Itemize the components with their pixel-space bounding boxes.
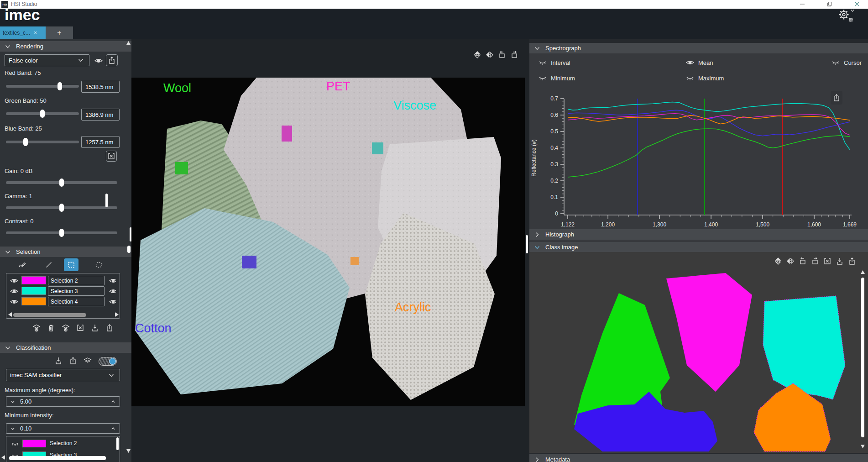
rotate-left-icon[interactable] xyxy=(497,50,507,59)
red-band-wavelength[interactable]: 1538.5 nm xyxy=(81,81,120,93)
new-tab-button[interactable]: + xyxy=(46,26,73,39)
export-icon[interactable] xyxy=(847,257,857,266)
class-image[interactable] xyxy=(534,269,858,452)
histograph-section-header[interactable]: Histograph xyxy=(529,229,868,240)
hyperspectral-image[interactable]: WoolPETViscoseCottonAcrylic xyxy=(131,78,525,406)
eye-icon[interactable] xyxy=(109,297,116,306)
scroll-up-icon[interactable] xyxy=(126,41,131,45)
green-band-wavelength[interactable]: 1386.9 nm xyxy=(81,109,120,121)
stack-add-icon[interactable] xyxy=(32,323,41,332)
scroll-down-icon[interactable] xyxy=(861,445,865,448)
class-color-swatch[interactable] xyxy=(22,440,46,447)
rotate-right-icon[interactable] xyxy=(810,257,820,266)
slider-thumb[interactable] xyxy=(40,110,45,118)
toggle-interval[interactable]: Interval xyxy=(538,58,570,67)
selection-region[interactable] xyxy=(282,126,292,142)
export-rendering-button[interactable] xyxy=(106,54,118,66)
export-icon[interactable] xyxy=(68,356,78,365)
spectrograph-section-header[interactable]: Spectrograph xyxy=(529,43,868,53)
trash-icon[interactable] xyxy=(47,323,56,332)
selection-name-input[interactable] xyxy=(48,297,105,306)
toggle-minimum[interactable]: Minimum xyxy=(538,74,575,83)
download-icon[interactable] xyxy=(54,356,63,365)
selection-section-header[interactable]: Selection xyxy=(0,247,131,257)
freehand-tool[interactable] xyxy=(16,259,28,270)
selection-region[interactable] xyxy=(350,257,359,265)
clear-box-icon[interactable] xyxy=(76,323,85,332)
class-image-vscrollbar[interactable] xyxy=(861,278,864,437)
splitter-handle[interactable] xyxy=(526,235,528,253)
selection-color-swatch[interactable] xyxy=(21,287,46,295)
slider-thumb[interactable] xyxy=(23,138,28,146)
export-icon[interactable] xyxy=(105,323,114,332)
red-band-slider[interactable] xyxy=(6,85,79,88)
rotate-left-icon[interactable] xyxy=(798,257,807,266)
scroll-down-icon[interactable] xyxy=(126,449,131,453)
scroll-right-icon[interactable] xyxy=(115,312,119,317)
selection-name-input[interactable] xyxy=(48,286,105,296)
reset-bands-button[interactable] xyxy=(106,151,117,162)
toggle-mean[interactable]: Mean xyxy=(685,58,713,67)
selection-region[interactable] xyxy=(175,162,188,174)
rectangle-tool[interactable] xyxy=(64,258,78,271)
eye-icon[interactable] xyxy=(10,276,19,285)
splitter-handle[interactable] xyxy=(105,194,108,207)
class-image-section-header[interactable]: Class image xyxy=(529,242,868,252)
scroll-left-icon[interactable] xyxy=(8,312,12,317)
min-intensity-spinner[interactable]: 0.10 xyxy=(6,423,120,434)
selection-color-swatch[interactable] xyxy=(21,297,46,305)
max-angle-spinner[interactable]: 5.00 xyxy=(6,396,120,407)
flip-horizontal-icon[interactable] xyxy=(786,257,795,266)
clear-box-icon[interactable] xyxy=(823,257,832,266)
toggle-cursor[interactable]: Cursor xyxy=(831,58,862,67)
tab-textiles[interactable]: textiles_c... × xyxy=(0,26,46,39)
metadata-section-header[interactable]: Metadata xyxy=(529,454,868,462)
eye-closed-icon[interactable] xyxy=(10,439,20,448)
selection-name-input[interactable] xyxy=(48,276,105,285)
download-icon[interactable] xyxy=(835,257,844,266)
ellipse-tool[interactable] xyxy=(93,259,105,270)
green-band-slider[interactable] xyxy=(6,112,79,115)
minimize-button[interactable] xyxy=(798,0,807,8)
class-list-hscrollbar[interactable] xyxy=(9,456,106,460)
selection-color-swatch[interactable] xyxy=(21,276,46,284)
eye-icon[interactable] xyxy=(10,287,19,296)
gamma-slider[interactable] xyxy=(6,206,117,209)
classification-toggle[interactable] xyxy=(99,357,117,366)
download-icon[interactable] xyxy=(90,323,99,332)
settings-button[interactable] xyxy=(837,8,851,23)
slider-thumb[interactable] xyxy=(59,229,64,237)
flip-vertical-icon[interactable] xyxy=(774,257,783,266)
flip-vertical-icon[interactable] xyxy=(473,50,482,59)
maximize-button[interactable] xyxy=(825,0,834,8)
slider-thumb[interactable] xyxy=(58,82,62,90)
classification-section-header[interactable]: Classification xyxy=(0,342,131,353)
class-list-vscrollbar[interactable] xyxy=(116,437,119,450)
left-panel-vscrollbar[interactable] xyxy=(127,246,131,253)
selection-region[interactable] xyxy=(372,142,383,154)
blue-band-wavelength[interactable]: 1257.5 nm xyxy=(81,136,120,148)
eye-icon[interactable] xyxy=(10,297,19,306)
tab-close-icon[interactable]: × xyxy=(34,30,37,36)
flip-horizontal-icon[interactable] xyxy=(485,50,494,59)
line-tool[interactable] xyxy=(43,259,55,270)
scroll-left-icon[interactable] xyxy=(1,455,5,460)
selection-hscrollbar[interactable] xyxy=(13,313,86,317)
stack-icon[interactable] xyxy=(83,356,92,365)
rotate-right-icon[interactable] xyxy=(510,50,519,59)
scroll-up-icon[interactable] xyxy=(861,270,865,274)
selection-region[interactable] xyxy=(242,256,256,268)
slider-thumb[interactable] xyxy=(59,178,64,187)
slider-thumb[interactable] xyxy=(59,204,64,212)
eye-icon[interactable] xyxy=(109,276,116,285)
render-mode-select[interactable]: False color xyxy=(5,54,89,66)
classifier-select[interactable]: imec SAM classifier xyxy=(6,369,120,381)
stack-eye-icon[interactable] xyxy=(61,323,70,332)
close-button[interactable] xyxy=(852,0,862,8)
contrast-slider[interactable] xyxy=(6,231,117,234)
visibility-eye-icon[interactable] xyxy=(94,56,103,65)
eye-icon[interactable] xyxy=(109,287,116,296)
rendering-section-header[interactable]: Rendering xyxy=(0,41,131,52)
gain-slider[interactable] xyxy=(6,181,117,184)
blue-band-slider[interactable] xyxy=(6,141,79,143)
